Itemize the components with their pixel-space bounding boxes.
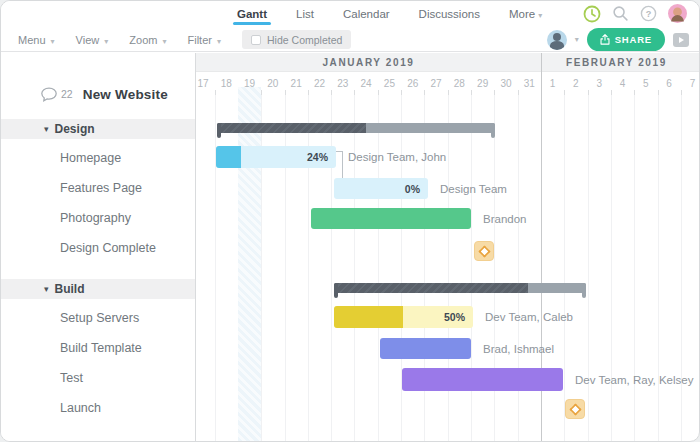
task-bar-setup-servers[interactable]: 50% bbox=[334, 306, 473, 328]
group-row-build[interactable]: ▾Build bbox=[1, 279, 195, 299]
profile-avatar[interactable] bbox=[668, 4, 687, 23]
row-label: Build bbox=[55, 282, 85, 296]
task-list-sidebar: 22 New Website ▾DesignHomepageFeatures P… bbox=[1, 53, 196, 441]
comment-count: 22 bbox=[61, 88, 73, 100]
task-row-features-page[interactable]: Features Page bbox=[1, 173, 195, 203]
share-label: SHARE bbox=[615, 34, 652, 45]
task-percent-label: 50% bbox=[444, 306, 465, 328]
task-row-photography[interactable]: Photography bbox=[1, 203, 195, 233]
summary-remaining bbox=[366, 123, 495, 133]
assignee-label: Brad, Ishmael bbox=[483, 338, 554, 359]
task-row-setup-servers[interactable]: Setup Servers bbox=[1, 303, 195, 333]
day-label: 29 bbox=[471, 72, 494, 95]
day-label: 2 bbox=[564, 72, 587, 95]
task-row-launch[interactable]: Launch bbox=[1, 393, 195, 423]
comments-icon[interactable] bbox=[41, 87, 57, 102]
hide-completed-toggle[interactable]: Hide Completed bbox=[242, 30, 351, 49]
collapse-triangle-icon[interactable]: ▾ bbox=[44, 284, 49, 294]
hide-completed-checkbox[interactable] bbox=[251, 35, 261, 45]
task-bar-photography[interactable] bbox=[311, 208, 471, 229]
video-tutorial-icon[interactable] bbox=[673, 33, 689, 47]
milestone-launch[interactable] bbox=[565, 399, 585, 419]
milestone-design-complete[interactable] bbox=[474, 241, 494, 261]
group-row-design[interactable]: ▾Design bbox=[1, 119, 195, 139]
time-tracking-icon[interactable] bbox=[583, 5, 601, 23]
nav-icons: ? bbox=[583, 4, 687, 23]
summary-end-bracket bbox=[582, 283, 586, 298]
nav-tabs: GanttListCalendarDiscussionsMore▾ bbox=[235, 1, 544, 25]
assigned-user-avatar[interactable] bbox=[547, 30, 567, 50]
chevron-down-icon: ▾ bbox=[163, 37, 167, 46]
task-percent-label: 0% bbox=[405, 178, 420, 199]
summary-bar-design[interactable] bbox=[217, 123, 495, 133]
task-row-test[interactable]: Test bbox=[1, 363, 195, 393]
task-row-design-complete[interactable]: Design Complete bbox=[1, 233, 195, 263]
day-label: 7 bbox=[681, 72, 699, 95]
row-label: Design bbox=[55, 122, 95, 136]
assignee-label: Design Team, John bbox=[348, 146, 446, 168]
task-bar-homepage[interactable]: 24% bbox=[216, 146, 336, 168]
svg-text:?: ? bbox=[646, 9, 652, 19]
day-gridline bbox=[564, 95, 565, 441]
menu-zoom[interactable]: Zoom ▾ bbox=[129, 34, 166, 46]
hide-completed-label: Hide Completed bbox=[267, 34, 342, 46]
gantt-chart: 1718192021222324252627282930311234567JAN… bbox=[196, 53, 699, 441]
task-bar-features-page[interactable]: 0% bbox=[334, 178, 428, 199]
day-label: 28 bbox=[448, 72, 471, 95]
tab-more[interactable]: More▾ bbox=[507, 3, 544, 24]
toolbar: Menu ▾View ▾Zoom ▾Filter ▾Hide Completed… bbox=[1, 27, 699, 52]
day-label: 31 bbox=[518, 72, 541, 95]
chevron-down-icon: ▾ bbox=[51, 37, 55, 46]
row-label: Build Template bbox=[60, 341, 142, 355]
menu-menu[interactable]: Menu ▾ bbox=[18, 34, 55, 46]
tab-gantt[interactable]: Gantt bbox=[235, 3, 269, 24]
summary-progress bbox=[334, 283, 528, 293]
task-row-build-template[interactable]: Build Template bbox=[1, 333, 195, 363]
dependency-connector bbox=[336, 151, 343, 179]
collapse-triangle-icon[interactable]: ▾ bbox=[44, 124, 49, 134]
day-label: 1 bbox=[541, 72, 564, 95]
milestone-diamond-icon bbox=[478, 245, 491, 258]
project-title: New Website bbox=[83, 87, 168, 102]
assignee-label: Dev Team, Caleb bbox=[485, 306, 573, 328]
task-progress-fill bbox=[334, 306, 403, 328]
chevron-down-icon: ▾ bbox=[104, 37, 108, 46]
share-icon bbox=[600, 34, 610, 45]
share-button[interactable]: SHARE bbox=[587, 28, 665, 51]
day-label: 17 bbox=[196, 72, 215, 95]
milestone-diamond-icon bbox=[569, 403, 582, 416]
help-icon[interactable]: ? bbox=[640, 5, 657, 22]
day-label: 5 bbox=[634, 72, 657, 95]
summary-remaining bbox=[528, 283, 586, 293]
day-label: 26 bbox=[401, 72, 424, 95]
tab-discussions[interactable]: Discussions bbox=[417, 3, 482, 24]
chevron-down-icon: ▾ bbox=[538, 11, 542, 20]
task-progress-fill bbox=[216, 146, 241, 168]
tab-calendar[interactable]: Calendar bbox=[341, 3, 392, 24]
summary-bar-build[interactable] bbox=[334, 283, 586, 293]
top-navbar: GanttListCalendarDiscussionsMore▾ ? bbox=[1, 1, 699, 27]
day-label: 30 bbox=[494, 72, 517, 95]
avatar-chevron-icon[interactable]: ▾ bbox=[575, 35, 579, 44]
tab-list[interactable]: List bbox=[294, 3, 316, 24]
toolbar-right: ▾ SHARE bbox=[547, 27, 689, 52]
weekend-stripe bbox=[238, 87, 261, 441]
day-label: 6 bbox=[658, 72, 681, 95]
task-percent-label: 24% bbox=[307, 146, 328, 168]
row-label: Launch bbox=[60, 401, 101, 415]
row-label: Test bbox=[60, 371, 83, 385]
menu-view[interactable]: View ▾ bbox=[76, 34, 109, 46]
row-label: Design Complete bbox=[60, 241, 156, 255]
task-bar-build-template[interactable] bbox=[380, 338, 471, 359]
day-label: 4 bbox=[611, 72, 634, 95]
search-icon[interactable] bbox=[612, 5, 629, 22]
summary-end-bracket bbox=[491, 123, 495, 138]
menu-filter[interactable]: Filter ▾ bbox=[188, 34, 222, 46]
project-header-row[interactable]: 22 New Website bbox=[1, 76, 195, 112]
task-row-homepage[interactable]: Homepage bbox=[1, 143, 195, 173]
day-label: 20 bbox=[261, 72, 284, 95]
day-label: 3 bbox=[588, 72, 611, 95]
month-label-january: JANUARY 2019 bbox=[196, 53, 541, 72]
task-bar-test[interactable] bbox=[402, 368, 563, 391]
day-label: 21 bbox=[285, 72, 308, 95]
